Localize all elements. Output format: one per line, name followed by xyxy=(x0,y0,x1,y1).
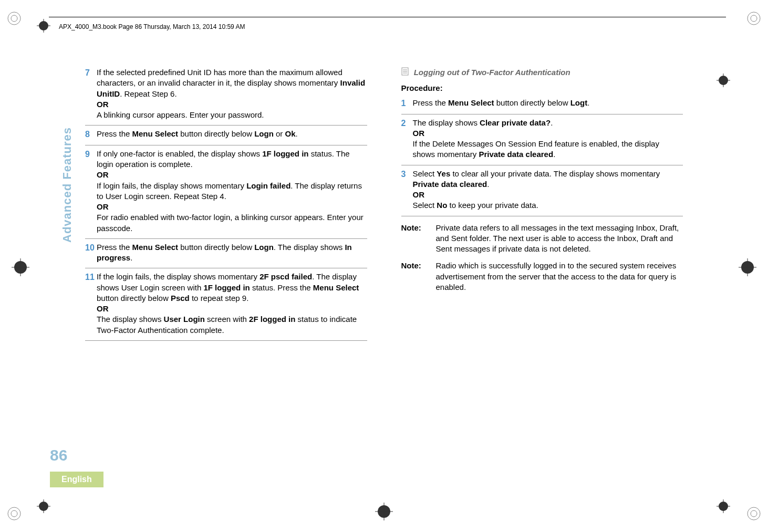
divider xyxy=(85,340,367,341)
divider xyxy=(85,125,367,126)
step-number: 11 xyxy=(85,272,97,336)
register-mark-ml xyxy=(12,258,29,276)
step-number: 3 xyxy=(401,169,413,211)
svg-point-7 xyxy=(751,510,757,517)
running-header: APX_4000_M3.book Page 86 Thursday, March… xyxy=(59,23,245,30)
svg-point-3 xyxy=(751,15,757,22)
page-number: 86 xyxy=(50,446,67,464)
svg-point-0 xyxy=(8,12,20,25)
divider xyxy=(401,165,683,165)
step-body: If the login fails, the display shows mo… xyxy=(97,272,367,336)
step-8: 8 Press the Menu Select button directly … xyxy=(85,129,367,142)
step-body: If only one-factor is enabled, the displ… xyxy=(97,149,367,234)
step-body: If the selected predefined Unit ID has m… xyxy=(97,67,367,120)
svg-point-6 xyxy=(748,507,760,520)
step-9: 9 If only one-factor is enabled, the dis… xyxy=(85,149,367,235)
step-3: 3 Select Yes to clear all your private d… xyxy=(401,169,683,213)
svg-point-5 xyxy=(11,510,17,517)
svg-point-2 xyxy=(748,12,760,25)
step-number: 8 xyxy=(85,129,97,140)
content: 7 If the selected predefined Unit ID has… xyxy=(85,67,683,495)
step-number: 2 xyxy=(401,118,413,160)
step-10: 10 Press the Menu Select button directly… xyxy=(85,242,367,265)
header-rule xyxy=(49,17,726,17)
note-2: Note: Radio which is successfully logged… xyxy=(401,260,683,293)
divider xyxy=(85,145,367,145)
register-mark-tl xyxy=(37,19,50,33)
sidebar-section-label: Advanced Features xyxy=(60,127,74,243)
document-icon xyxy=(401,67,409,78)
step-body: The display shows Clear private data?. O… xyxy=(413,118,683,160)
crop-mark-br xyxy=(746,506,762,521)
step-2: 2 The display shows Clear private data?.… xyxy=(401,118,683,162)
step-body: Press the Menu Select button directly be… xyxy=(97,129,367,140)
step-11: 11 If the login fails, the display shows… xyxy=(85,272,367,337)
note-label: Note: xyxy=(401,223,427,255)
right-column: Logging out of Two-Factor Authentication… xyxy=(401,67,683,495)
register-mark-mr xyxy=(739,258,756,276)
step-number: 1 xyxy=(401,98,413,109)
crop-mark-bl xyxy=(6,506,22,521)
divider xyxy=(401,114,683,114)
crop-mark-tr xyxy=(746,11,762,26)
divider xyxy=(401,216,683,216)
step-number: 9 xyxy=(85,149,97,234)
step-1: 1 Press the Menu Select button directly … xyxy=(401,98,683,111)
register-mark-br xyxy=(717,499,730,513)
register-mark-tr xyxy=(717,74,730,87)
crop-mark-tl xyxy=(6,11,22,26)
step-7: 7 If the selected predefined Unit ID has… xyxy=(85,67,367,122)
divider xyxy=(85,268,367,268)
step-number: 7 xyxy=(85,67,97,120)
step-body: Press the Menu Select button directly be… xyxy=(413,98,683,109)
procedure-label: Procedure: xyxy=(401,83,683,93)
divider xyxy=(85,238,367,239)
svg-point-4 xyxy=(8,507,20,520)
note-1: Note: Private data refers to all message… xyxy=(401,223,683,255)
note-body: Radio which is successfully logged in to… xyxy=(436,260,683,293)
register-mark-bl xyxy=(37,499,50,513)
step-body: Press the Menu Select button directly be… xyxy=(97,242,367,264)
register-mark-bc xyxy=(375,503,393,520)
note-body: Private data refers to all messages in t… xyxy=(436,223,683,255)
left-column: 7 If the selected predefined Unit ID has… xyxy=(85,67,367,495)
step-body: Select Yes to clear all your private dat… xyxy=(413,169,683,211)
section-heading: Logging out of Two-Factor Authentication xyxy=(401,67,683,79)
step-number: 10 xyxy=(85,242,97,264)
svg-point-1 xyxy=(11,15,17,22)
note-label: Note: xyxy=(401,260,427,293)
